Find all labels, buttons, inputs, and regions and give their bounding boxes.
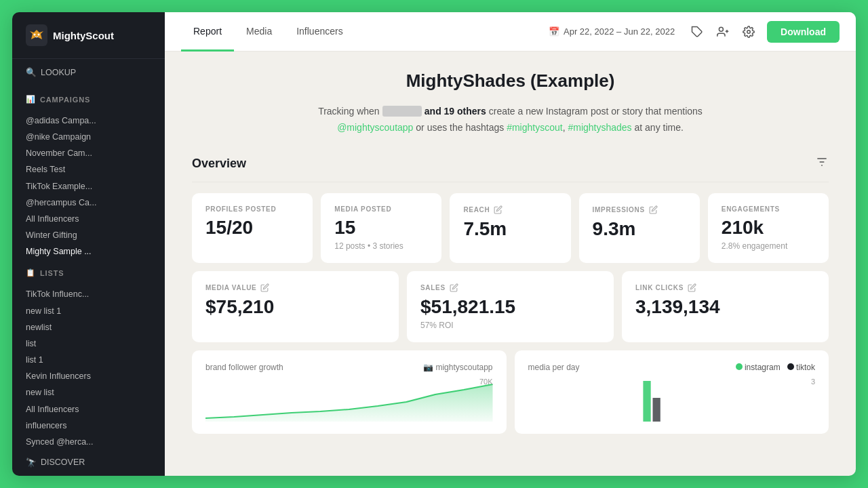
chart-brand-follower: brand follower growth 📷 mightyscoutapp 7… [192,350,507,434]
metric-clicks-value: 3,139,134 [635,298,815,317]
charts-row: brand follower growth 📷 mightyscoutapp 7… [192,350,829,434]
campaigns-header[interactable]: 📊 CAMPAIGNS [26,95,151,104]
metric-sales-label: SALES [420,283,600,292]
subtitle-handle [382,106,422,117]
sidebar-item[interactable]: new list [12,384,165,400]
sidebar-item[interactable]: new list 1 [12,302,165,319]
sidebar-item[interactable]: list 1 [12,351,165,367]
tab-report[interactable]: Report [181,13,234,52]
chart-brand-label: 70K [479,378,493,386]
metric-impressions-value: 9.3m [593,220,686,239]
overview-header: Overview [192,155,829,172]
chart-media-header: media per day instagram tiktok [528,363,816,372]
chart-brand-header: brand follower growth 📷 mightyscoutapp [205,363,493,372]
sidebar-item[interactable]: Mighty Sample ... [12,243,165,259]
svg-rect-11 [643,381,650,422]
subtitle-end: at any time. [635,122,684,133]
metric-media-posted: MEDIA POSTED 15 12 posts • 3 stories [321,193,441,263]
top-nav: Report Media Influencers 📅 Apr 22, 2022 … [165,12,856,52]
chart-brand-area: 70K [205,378,493,422]
sidebar-item[interactable]: newlist [12,319,165,335]
metric-mval-label: MEDIA VALUE [205,283,385,292]
metric-profiles-posted: PROFILES POSTED 15/20 [192,193,313,263]
sidebar-item[interactable]: Winter Gifting [12,226,165,243]
sidebar-item[interactable]: @nike Campaign [12,128,165,144]
edit-icon[interactable] [494,205,502,214]
metric-sales: SALES $51,821.15 57% ROI [407,271,614,342]
lists-header[interactable]: 📋 LISTS [26,268,151,277]
metric-mval-value: $75,210 [205,298,385,317]
chart-media-label: 3 [811,378,815,386]
chart-brand-title: brand follower growth [205,363,283,372]
filter-icon[interactable] [815,155,829,172]
sidebar-item[interactable]: list [12,335,165,351]
metric-reach: REACH 7.5m [450,193,570,263]
main-content: MightyShades (Example) Tracking when and… [165,52,856,476]
search-icon: 🔍 [26,67,37,77]
edit-icon[interactable] [450,283,458,292]
discover-section[interactable]: 🔭 DISCOVER [12,449,165,476]
metric-engagements: ENGAGEMENTS 210k 2.8% engagement [708,193,829,263]
sidebar-item[interactable]: TikTok Example... [12,178,165,194]
report-title: MightyShades (Example) [192,70,829,92]
subtitle-or: or uses the hashtags [416,122,504,133]
campaigns-section: 📊 CAMPAIGNS [12,85,165,112]
metric-link-clicks: LINK CLICKS 3,139,134 [622,271,829,342]
metric-reach-value: 7.5m [463,220,557,239]
tiktok-dot [787,363,794,370]
date-range: 📅 Apr 22, 2022 – Jun 22, 2022 [549,26,675,37]
discover-label: DISCOVER [41,458,85,467]
subtitle-handle2: @mightyscoutapp [337,122,413,133]
subtitle-comma: , [563,122,566,133]
metric-profiles-value: 15/20 [205,218,299,237]
download-button[interactable]: Download [767,21,840,43]
chart-media-title: media per day [528,363,580,372]
add-person-icon [717,26,729,38]
sidebar-item[interactable]: Synced @herca... [12,433,165,449]
sidebar-item[interactable]: All Influencers [12,401,165,417]
nav-tabs: Report Media Influencers [181,12,355,51]
metric-media-sub: 12 posts • 3 stories [334,241,428,251]
list-icon: 📋 [26,268,36,277]
campaigns-label: CAMPAIGNS [40,96,90,104]
edit-icon[interactable] [649,205,658,214]
sidebar-item[interactable]: Reels Test [12,161,165,177]
sidebar-item[interactable]: TikTok Influenc... [12,285,165,302]
metric-engagements-value: 210k [722,218,815,237]
tab-media[interactable]: Media [234,13,284,52]
svg-point-2 [38,34,40,36]
date-range-text: Apr 22, 2022 – Jun 22, 2022 [564,26,675,37]
subtitle-mid: and 19 others [425,106,486,117]
settings-icon-btn[interactable] [737,20,760,43]
subtitle-hash2: #mightyshades [568,122,631,133]
edit-icon[interactable] [688,283,696,292]
sidebar-item[interactable]: November Cam... [12,144,165,161]
bar-chart-icon: 📊 [26,95,36,104]
svg-point-7 [747,30,751,33]
logo-area[interactable]: MightyScout [12,12,165,59]
metrics-row-1: PROFILES POSTED 15/20 MEDIA POSTED 15 12… [192,193,829,263]
add-person-icon-btn[interactable] [711,20,734,43]
metric-media-value: 15 [334,218,428,237]
metric-sales-sub: 57% ROI [420,321,600,330]
svg-point-1 [34,34,36,36]
subtitle-hash1: #mightyscout [507,122,562,133]
metric-media-label: MEDIA POSTED [334,205,428,213]
sidebar-item[interactable]: @adidas Campa... [12,112,165,128]
sidebar-item[interactable]: influencers [12,417,165,433]
metric-impressions-label: IMPRESSIONS [593,205,686,214]
sidebar-item[interactable]: Kevin Influencers [12,367,165,384]
sidebar-item[interactable]: @hercampus Ca... [12,194,165,210]
sidebar-item[interactable]: All Influencers [12,210,165,226]
logo-text: MightyScout [53,30,114,41]
metric-profiles-label: PROFILES POSTED [205,205,299,213]
tag-icon-btn[interactable] [686,20,709,43]
overview-divider [192,182,829,182]
sidebar-lookup[interactable]: 🔍 LOOKUP [12,59,165,85]
gear-icon [743,26,755,38]
lookup-label: LOOKUP [41,68,76,77]
legend-instagram: instagram [736,363,781,372]
tab-influencers[interactable]: Influencers [284,13,355,52]
svg-rect-12 [652,398,660,422]
edit-icon[interactable] [260,283,269,292]
